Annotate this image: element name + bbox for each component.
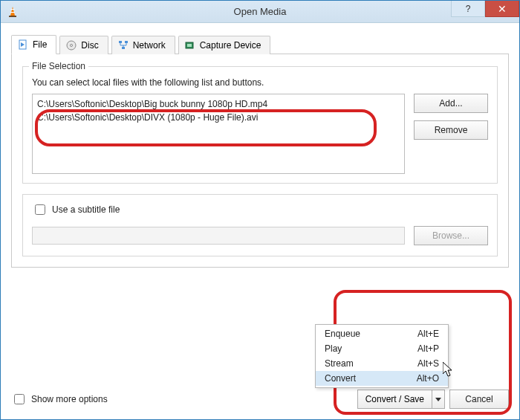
file-selection-legend: File Selection bbox=[29, 61, 88, 71]
window-title: Open Media bbox=[1, 6, 519, 17]
convert-save-menu: Enqueue Alt+E Play Alt+P Stream Alt+S Co… bbox=[315, 324, 449, 388]
subtitle-checkbox-row[interactable]: Use a subtitle file bbox=[32, 202, 488, 217]
menu-item-label: Enqueue bbox=[325, 329, 360, 339]
network-icon bbox=[118, 40, 129, 51]
help-button[interactable]: ? bbox=[451, 1, 485, 17]
dialog-content: File Disc Network Capture Device bbox=[1, 23, 519, 419]
menu-item-shortcut: Alt+O bbox=[417, 373, 439, 384]
menu-item-shortcut: Alt+S bbox=[417, 358, 439, 369]
file-selection-hint: You can select local files with the foll… bbox=[32, 77, 488, 88]
svg-point-7 bbox=[71, 45, 73, 47]
chevron-down-icon bbox=[435, 396, 441, 402]
file-icon bbox=[18, 39, 28, 50]
menu-item-shortcut: Alt+E bbox=[417, 329, 439, 339]
menu-item-label: Play bbox=[325, 343, 342, 354]
menu-item-shortcut: Alt+P bbox=[417, 343, 439, 354]
convert-save-dropdown-arrow[interactable] bbox=[432, 390, 445, 409]
menu-item-enqueue[interactable]: Enqueue Alt+E bbox=[316, 326, 448, 341]
cancel-button-label: Cancel bbox=[465, 394, 493, 404]
disc-icon bbox=[66, 40, 77, 51]
convert-save-label: Convert / Save bbox=[365, 394, 424, 404]
subtitle-path-input bbox=[32, 227, 405, 245]
list-item[interactable]: C:\Users\Softonic\Desktop\Big buck bunny… bbox=[37, 97, 400, 111]
tab-bar: File Disc Network Capture Device bbox=[11, 32, 509, 54]
window-controls: ? ✕ bbox=[451, 1, 519, 17]
add-button-label: Add... bbox=[439, 98, 462, 109]
file-panel: File Selection You can select local file… bbox=[11, 54, 509, 268]
svg-rect-9 bbox=[125, 41, 128, 43]
tab-capture[interactable]: Capture Device bbox=[178, 36, 271, 54]
tab-file[interactable]: File bbox=[11, 35, 56, 54]
svg-rect-10 bbox=[122, 47, 125, 49]
tab-disc[interactable]: Disc bbox=[59, 36, 108, 54]
close-button[interactable]: ✕ bbox=[485, 1, 519, 17]
help-glyph: ? bbox=[466, 4, 471, 14]
menu-item-play[interactable]: Play Alt+P bbox=[316, 341, 448, 356]
svg-marker-13 bbox=[435, 398, 441, 401]
svg-rect-8 bbox=[119, 41, 122, 43]
file-selection-group: File Selection You can select local file… bbox=[22, 66, 498, 184]
menu-item-label: Convert bbox=[325, 373, 356, 384]
convert-save-main[interactable]: Convert / Save bbox=[357, 390, 432, 409]
svg-rect-12 bbox=[187, 44, 192, 47]
subtitle-group: Use a subtitle file Browse... bbox=[22, 194, 498, 256]
capture-icon bbox=[185, 40, 195, 51]
file-buttons: Add... Remove bbox=[414, 94, 488, 140]
show-more-options-label: Show more options bbox=[31, 394, 108, 404]
footer-buttons: Convert / Save Cancel bbox=[357, 390, 509, 409]
open-media-dialog: Open Media ? ✕ File Disc bbox=[0, 0, 520, 420]
show-more-options-checkbox[interactable] bbox=[14, 394, 25, 404]
menu-item-convert[interactable]: Convert Alt+O bbox=[316, 371, 448, 386]
tab-file-label: File bbox=[33, 39, 47, 50]
close-icon: ✕ bbox=[498, 3, 507, 15]
convert-save-button[interactable]: Convert / Save bbox=[357, 390, 445, 409]
show-more-options-row[interactable]: Show more options bbox=[11, 392, 108, 407]
browse-button: Browse... bbox=[414, 226, 488, 245]
cancel-button[interactable]: Cancel bbox=[449, 390, 509, 409]
tab-network-label: Network bbox=[133, 40, 166, 51]
titlebar: Open Media ? ✕ bbox=[1, 1, 519, 23]
tab-disc-label: Disc bbox=[81, 40, 98, 51]
footer: Show more options Convert / Save Cancel bbox=[11, 390, 509, 409]
subtitle-checkbox[interactable] bbox=[35, 204, 45, 215]
browse-button-label: Browse... bbox=[432, 230, 469, 241]
add-button[interactable]: Add... bbox=[414, 94, 488, 113]
remove-button[interactable]: Remove bbox=[414, 120, 488, 140]
remove-button-label: Remove bbox=[435, 125, 468, 135]
subtitle-checkbox-label: Use a subtitle file bbox=[52, 204, 120, 215]
file-list[interactable]: C:\Users\Softonic\Desktop\Big buck bunny… bbox=[32, 94, 405, 174]
menu-item-stream[interactable]: Stream Alt+S bbox=[316, 356, 448, 371]
tab-capture-label: Capture Device bbox=[200, 40, 261, 51]
tab-network[interactable]: Network bbox=[111, 36, 175, 54]
list-item[interactable]: C:\Users\Softonic\Desktop\DIVX (1080p - … bbox=[37, 111, 400, 124]
menu-item-label: Stream bbox=[325, 358, 354, 369]
